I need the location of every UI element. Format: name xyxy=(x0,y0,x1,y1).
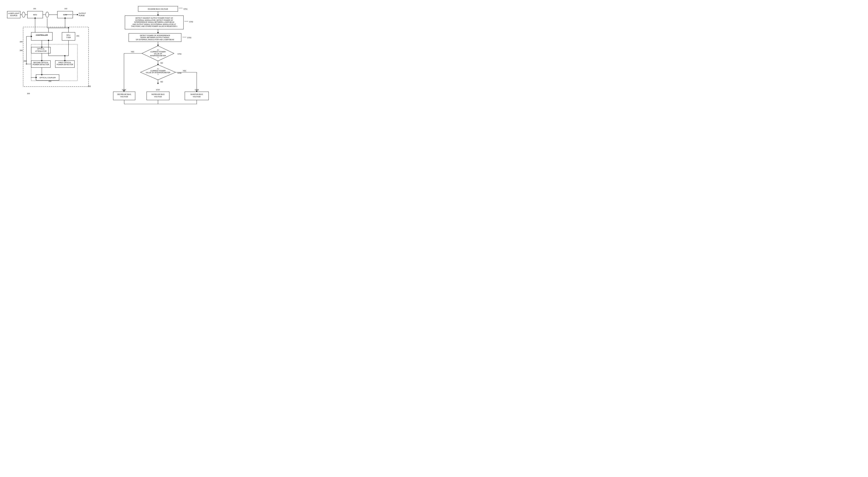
s703-text1: DETECT POWER OF INTERFERENCE xyxy=(140,34,170,36)
s708-label: S708 xyxy=(195,89,198,91)
s705-diamond-text2: CURRENT POWER xyxy=(150,70,165,72)
splitter-label1: SPLI- xyxy=(66,34,71,36)
second-opd-label2: POWER DETECTOR xyxy=(33,64,49,65)
lens2 xyxy=(46,12,49,17)
optical-attenuator-label1: OPTICAL xyxy=(37,48,44,50)
s707-text2: VOLTAGE xyxy=(154,96,162,98)
s703-text3: OF EXTERNAL MODULATOR AND LASER BEAM xyxy=(136,39,174,41)
s704-diamond-text1: A> xyxy=(157,49,159,51)
s707-text1: INCREASE BIAS xyxy=(152,93,165,95)
s706-text2: VOLTAGE xyxy=(120,96,128,98)
arrow-firstopd-ctrl xyxy=(48,39,49,41)
optical-coupler-label: OPTICAL COUPLER xyxy=(39,77,56,78)
first-opd-label2: POWER DETECTOR xyxy=(57,64,73,65)
label-200: 200 xyxy=(88,85,91,87)
splitter-label2: TTER xyxy=(66,36,71,38)
s706-label: S706 xyxy=(122,89,126,91)
yes-s704-label: YES xyxy=(131,51,134,53)
s703-label: S703 xyxy=(187,37,191,39)
label-101: 101 xyxy=(33,8,36,10)
s702-text4: AND OUTPUT SIGNAL OF EXTERNAL MODULATOR … xyxy=(132,23,176,25)
controller-box xyxy=(31,32,53,40)
output-label2: PURSE xyxy=(79,14,85,17)
label-203: 203 xyxy=(27,93,30,95)
s705-diamond-text1: A= xyxy=(157,68,159,70)
s702-label: S702 xyxy=(189,21,193,23)
second-opd-label1: SECOND OPTICAL xyxy=(33,62,49,64)
optical-attenuator-label2: ATTENUATOR xyxy=(35,50,46,52)
laser-light-source-label: LASER LIGHT xyxy=(8,12,20,14)
s703-text2: SIGNAL BETWEEN OUTPUT SIGNAL xyxy=(140,36,169,38)
label-204: 204 xyxy=(24,60,27,62)
s702-text2: EXTERNAL MODULATOR, DETECT POWER OF xyxy=(135,19,173,21)
s706-text1: DECREASE BIAS xyxy=(117,93,131,95)
arrow-external-coupler xyxy=(36,77,37,78)
label-205: 205 xyxy=(20,41,23,43)
s701-label: S701 xyxy=(184,8,187,10)
arrow-ctrl-mzi2 xyxy=(64,17,66,19)
label-201: 201 xyxy=(76,35,79,37)
lens1 xyxy=(22,12,25,17)
laser-light-source-label2: SOURCE xyxy=(10,14,18,17)
yes-s705-label: YES xyxy=(183,70,186,72)
mzi1-label: MZI1 xyxy=(33,14,37,16)
arrowhead-s705-yes xyxy=(196,91,197,92)
s702-text1: DETECT HIGHEST OUTPUT POWER POINT OF xyxy=(135,17,173,19)
arrowhead-s705-no xyxy=(157,83,159,84)
s704-diamond-text4: INTERFEROMETER xyxy=(150,55,166,57)
arrow-to-ctrl xyxy=(31,36,32,37)
main-container: 101 102 LASER LIGHT SOURCE MZI1 MZI xyxy=(0,0,217,119)
arrow-down-splitter xyxy=(68,27,69,28)
output-label1: OUTPUT xyxy=(79,12,86,14)
arrow-ctrl-mzi1 xyxy=(34,17,36,19)
label-102: 102 xyxy=(64,8,67,10)
controller-label: CONTROLLER xyxy=(36,34,48,36)
arrow-from-ctrl xyxy=(26,64,27,65)
s704-diamond-text3: VALUE OF xyxy=(154,53,162,55)
first-opd-label1: FIRST OPTICAL xyxy=(59,62,71,64)
s701-text: EXAMINE BIAS VOLTAGE xyxy=(148,8,168,10)
no-s704-label: NO xyxy=(160,62,163,64)
s704-diamond-text2: CURRENT POWER xyxy=(150,51,165,53)
s707-label: S707 xyxy=(156,89,160,91)
s705-label: S705 xyxy=(177,72,181,74)
arrow-secondopd-coupler xyxy=(41,74,42,75)
no-s705-label: NO xyxy=(160,81,163,83)
s702-text3: INTERFERENCE SIGNAL BETWEEN LASER BEAM xyxy=(134,21,174,23)
label-206: 206 xyxy=(20,50,23,52)
s704-label: S704 xyxy=(177,53,181,55)
s704-diamond-text5: ? xyxy=(158,57,159,59)
s705-diamond-text3: VALUE OF INTERFEROMETER xyxy=(146,72,170,73)
right-diagram: S701 EXAMINE BIAS VOLTAGE S702 DETECT HI… xyxy=(108,4,213,115)
s702-text5: THIS POINT, AND STORE POWER VALUE IN REG… xyxy=(131,25,178,27)
s705-diamond-text4: ? xyxy=(158,73,159,75)
s708-text2: VOLTAGE xyxy=(193,96,201,98)
left-diagram: 101 102 LASER LIGHT SOURCE MZI1 MZI xyxy=(4,4,108,115)
arrow-output xyxy=(77,14,78,15)
s708-text1: MAINTAIN BIAS xyxy=(191,93,203,95)
